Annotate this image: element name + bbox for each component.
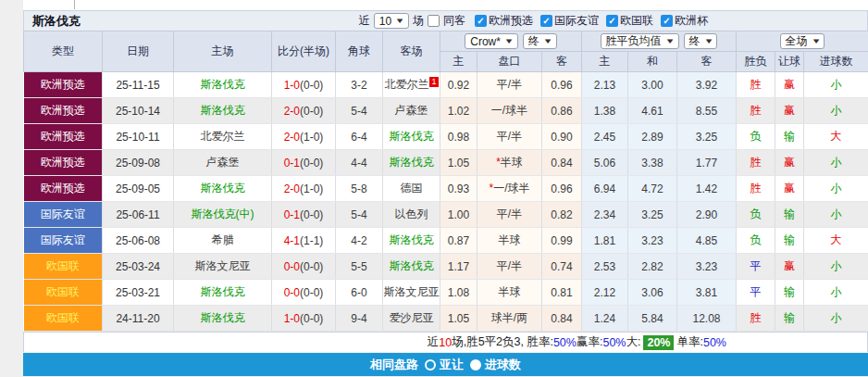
corner-cell: 6-0 [336, 280, 383, 306]
col-header-score: 比分(半场) [272, 31, 336, 72]
away-team-cell: 斯洛伐克 [383, 228, 440, 254]
spread-result-cell: 输 [775, 280, 804, 306]
matches-unit-label: 场 [413, 13, 424, 29]
match-date-cell: 25-09-08 [103, 150, 174, 176]
match-date-cell: 25-06-08 [103, 228, 174, 254]
goals-result-cell: 小 [804, 254, 868, 280]
result-cell: 胜 [737, 98, 775, 124]
table-row: 欧国联24-11-20斯洛伐克1-0(0-0)9-4爱沙尼亚1.05球半/两0.… [24, 306, 868, 332]
match-date-cell: 25-03-21 [103, 280, 174, 306]
result-cell: 胜 [737, 150, 775, 176]
euro-away-odds-cell: 12.08 [677, 306, 737, 332]
euro-draw-odds-cell: 3.06 [628, 280, 677, 306]
col-header-spread: 让球 [775, 52, 804, 72]
asia-away-odds-cell: 0.86 [542, 98, 582, 124]
asia-home-odds-cell: 1.00 [440, 202, 477, 228]
match-date-cell: 25-03-24 [103, 254, 174, 280]
euro-draw-odds-cell: 5.84 [628, 306, 677, 332]
competition-label: 国际友谊 [554, 13, 599, 29]
line-changed-star: * [496, 156, 501, 169]
corner-cell: 5-8 [336, 176, 383, 202]
match-type-cell: 欧洲预选 [24, 176, 103, 202]
away-team-cell: 以色列 [383, 202, 440, 228]
euro-odds-time-select[interactable]: 终 ▼ [684, 33, 718, 49]
chevron-down-icon: ▼ [394, 18, 404, 25]
home-team-cell: 北爱尔兰 [174, 124, 272, 150]
asia-away-odds-cell: 0.96 [542, 176, 582, 202]
asia-odds-group-header: Crow* ▼ 终 ▼ [440, 31, 582, 52]
same-away-checkbox[interactable] [428, 15, 440, 27]
euro-away-odds-cell: 1.42 [677, 176, 737, 202]
handicap-cell: 球半/两 [477, 306, 542, 332]
col-header-euro-draw: 和 [628, 52, 677, 72]
radio-selected-icon[interactable] [470, 359, 481, 371]
euro-away-odds-cell: 3.25 [677, 124, 737, 150]
competition-checkbox[interactable]: ✓ [540, 15, 552, 27]
asia-home-odds-cell: 0.87 [440, 228, 477, 254]
result-cell: 负 [737, 124, 775, 150]
euro-draw-odds-cell: 2.82 [628, 254, 677, 280]
rank-badge: 1 [429, 77, 438, 87]
corner-cell: 3-2 [336, 72, 383, 98]
score-cell: 0-0(0-0) [272, 280, 336, 306]
euro-draw-odds-cell: 2.89 [628, 124, 677, 150]
result-cell: 胜 [737, 306, 775, 332]
asia-odds-time-select[interactable]: 终 ▼ [523, 33, 557, 49]
score-cell: 2-0(0-0) [272, 98, 336, 124]
chevron-down-icon: ▼ [503, 38, 514, 45]
competition-checkbox[interactable]: ✓ [661, 15, 673, 27]
home-team-cell: 斯洛伐克 [174, 98, 272, 124]
asia-away-odds-cell: 0.90 [542, 124, 582, 150]
col-header-type: 类型 [24, 31, 103, 72]
away-team-cell: 北爱尔兰1 [383, 72, 440, 98]
competition-checkbox[interactable]: ✓ [475, 15, 487, 27]
match-count-select[interactable]: 10 ▼ [374, 13, 409, 29]
away-team-cell: 斯洛文尼亚 [383, 280, 440, 306]
home-team-name: 斯洛伐克(中) [192, 207, 254, 220]
team-stats-panel: 斯洛伐克 近 10 ▼ 场 同客 ✓欧洲预选✓国际友谊✓欧国联✓欧洲杯 类型 日… [23, 10, 868, 376]
match-type-cell: 国际友谊 [24, 202, 103, 228]
table-row: 国际友谊25-06-08希腊4-1(1-1)4-2斯洛伐克0.87半球0.991… [24, 228, 868, 254]
table-row: 欧国联25-03-21斯洛伐克0-0(0-0)6-0斯洛文尼亚1.08半球0.8… [24, 280, 868, 306]
score-cell: 1-0(0-0) [272, 72, 336, 98]
bookmaker-select[interactable]: Crow* ▼ [465, 33, 518, 49]
bottom-option-label[interactable]: 进球数 [485, 357, 521, 373]
spread-result-cell: 赢 [775, 72, 804, 98]
col-header-result: 胜负 [737, 52, 775, 72]
away-team-cell: 德国 [383, 176, 440, 202]
col-header-date: 日期 [103, 31, 174, 72]
euro-home-odds-cell: 1.24 [582, 306, 628, 332]
goals-result-cell: 大 [804, 124, 868, 150]
euro-draw-odds-cell: 4.61 [628, 98, 677, 124]
euro-odds-type-select[interactable]: 胜平负均值 ▼ [601, 33, 679, 49]
radio-unselected-icon[interactable] [425, 359, 436, 371]
line-changed-star: * [489, 182, 493, 195]
competition-label: 欧洲杯 [675, 13, 708, 29]
match-type-cell: 欧国联 [24, 254, 103, 280]
handicap-cell: *一/球半 [477, 176, 542, 202]
result-cell: 胜 [737, 176, 775, 202]
euro-away-odds-cell: 4.85 [677, 228, 737, 254]
asia-away-odds-cell: 0.84 [542, 306, 582, 332]
spread-result-cell: 输 [775, 202, 804, 228]
spread-result-cell: 输 [775, 228, 804, 254]
match-type-cell: 欧国联 [24, 306, 103, 332]
spread-result-cell: 赢 [775, 150, 804, 176]
home-team-name: 希腊 [212, 233, 234, 246]
bottom-option-label[interactable]: 亚让 [440, 357, 464, 373]
competition-checkbox[interactable]: ✓ [606, 15, 618, 27]
match-type-cell: 欧国联 [24, 280, 103, 306]
away-team-name: 以色列 [395, 207, 428, 220]
bottom-bar: 相同盘路 亚让进球数 [23, 353, 868, 376]
euro-home-odds-cell: 6.94 [582, 176, 628, 202]
bottom-bar-option: 进球数 [470, 357, 521, 373]
asia-home-odds-cell: 0.92 [440, 72, 477, 98]
asia-home-odds-cell: 1.05 [440, 150, 477, 176]
scope-select[interactable]: 全场 ▼ [780, 33, 825, 49]
home-team-name: 斯洛伐克 [201, 285, 245, 298]
summary-text: 场,胜5平2负3, 胜率: [452, 334, 553, 350]
competition-label: 欧国联 [620, 13, 653, 29]
euro-away-odds-cell: 2.90 [677, 202, 737, 228]
match-count-value: 10 [379, 15, 391, 28]
corner-cell: 5-5 [336, 254, 383, 280]
